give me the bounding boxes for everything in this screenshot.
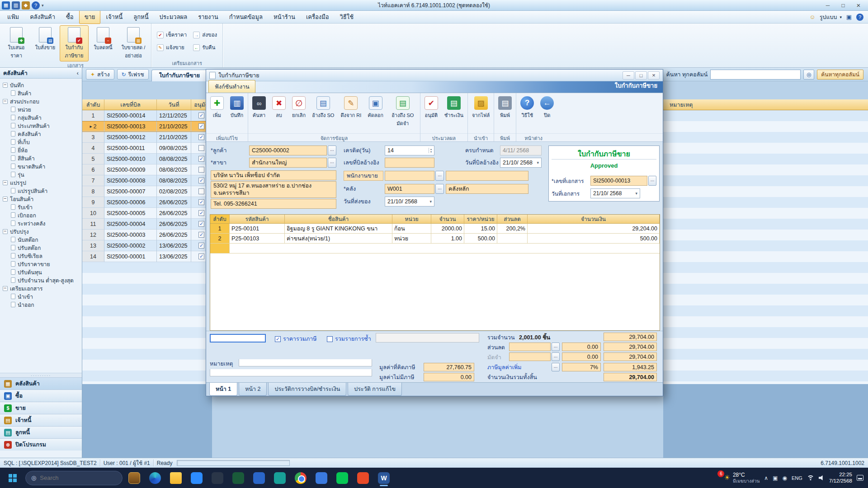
sidebar-tree-item[interactable]: ปรับสต๊อก xyxy=(11,244,82,252)
sidebar-tree-item[interactable]: เบิกออก xyxy=(11,211,82,219)
merge-duplicates-option[interactable]: รวมรายการซ้ำ xyxy=(327,334,371,343)
copy-button[interactable]: ▣คัดลอก xyxy=(364,94,387,121)
taskbar-app-explorer[interactable] xyxy=(167,469,185,487)
approved-checkbox[interactable] xyxy=(198,243,204,249)
bill-row[interactable]: 11 SI25000-00004 26/06/2025 xyxy=(82,219,212,230)
sidebar-tree-item[interactable]: ระหว่างคลัง xyxy=(11,219,82,227)
weather-widget[interactable]: 6 ☀ 28°C มีเมฆบางส่วน xyxy=(719,472,760,483)
item-col-amount[interactable]: จำนวนเงิน xyxy=(528,215,660,224)
sidebar-tree-item[interactable]: คลังสินค้า xyxy=(11,130,82,138)
ship-date-input[interactable]: 21/10/ 2568 xyxy=(385,197,434,206)
sidebar-tree-item[interactable]: ปรับปรุง xyxy=(3,227,82,235)
branch-input[interactable]: สำนักงานใหญ่ xyxy=(249,158,327,168)
bill-row[interactable]: 1 SI25000-00014 12/11/2025 xyxy=(82,110,212,121)
doc-no-lookup-button[interactable]: ... xyxy=(648,176,656,186)
tab-tax-invoice-list[interactable]: ใบกำกับภาษีขาย xyxy=(151,70,208,81)
maximize-button[interactable]: □ xyxy=(835,1,851,10)
sidebar-tree-item[interactable]: นำเข้า xyxy=(11,292,82,300)
find-button[interactable]: ∞ค้นหา xyxy=(249,94,269,121)
return-button[interactable]: ← รับคืน xyxy=(193,42,217,52)
tray-icon-2[interactable]: ◉ xyxy=(783,475,787,481)
print-button[interactable]: ▤พิมพ์ xyxy=(495,94,515,121)
warehouse-code-input[interactable]: W001 xyxy=(385,184,434,194)
dialog-minimize-button[interactable]: ─ xyxy=(623,71,634,80)
footer-filter-input[interactable] xyxy=(210,334,266,343)
approved-checkbox[interactable] xyxy=(198,232,204,238)
salesperson-input[interactable] xyxy=(385,171,434,181)
ref-so-button[interactable]: ▤อ้างถึง SO xyxy=(309,94,337,121)
approved-checkbox[interactable] xyxy=(198,199,204,205)
taskbar-app-blue[interactable] xyxy=(250,469,268,487)
tax-invoice-button[interactable]: ✔ ใบกำกับภาษีขาย xyxy=(60,25,89,61)
tab-page-2[interactable]: หน้า 2 xyxy=(239,383,267,396)
credit-days-stepper[interactable]: 14 xyxy=(385,145,434,155)
merge-duplicates-checkbox[interactable] xyxy=(327,336,333,342)
taskbar-app-word[interactable]: W xyxy=(375,469,393,487)
add-button[interactable]: ✚เพิ่ม xyxy=(207,94,227,121)
sidebar-tree-item[interactable]: แปรรูปสินค้า xyxy=(11,187,82,195)
search-all-columns-button[interactable]: ค้นหาทุกคอลัมน์ xyxy=(817,70,863,80)
approve-button[interactable]: ✔อนุมัติ xyxy=(421,94,441,121)
language-indicator[interactable]: ENG xyxy=(792,475,802,481)
branch-lookup-button[interactable]: ... xyxy=(328,158,336,168)
sidebar-nav-inventory[interactable]: ▦ คลังสินค้า xyxy=(0,377,82,389)
sidebar-tree-item[interactable]: บันทึก xyxy=(3,81,82,89)
item-col-discount[interactable]: ส่วนลด xyxy=(497,215,528,224)
scale-icon[interactable]: ◆ xyxy=(22,1,30,9)
dialog-close-button[interactable]: × xyxy=(648,71,660,80)
tab-edit-history[interactable]: ประวัติ การแก้ไข xyxy=(348,383,402,396)
dialog-titlebar[interactable]: ใบกำกับภาษีขาย ─ □ × xyxy=(206,70,663,81)
save-button[interactable]: ▥บันทึก xyxy=(227,94,247,121)
sidebar-nav-purchase[interactable]: ▣ ซื้อ xyxy=(0,389,82,402)
ref-date-input[interactable]: 21/10/ 2568 xyxy=(500,158,542,168)
column-header-bill[interactable]: เลขที่บิล xyxy=(104,99,157,110)
help-circle-icon[interactable]: ? xyxy=(856,14,863,21)
bill-row[interactable]: 8 SI25000-00007 02/08/2025 xyxy=(82,186,212,197)
search-icon[interactable]: ◎ xyxy=(803,70,814,80)
deliver-button[interactable]: → ส่งของ xyxy=(193,30,217,40)
sidebar-tree-item[interactable]: โอนสินค้า xyxy=(3,195,82,203)
approved-checkbox[interactable] xyxy=(198,156,204,162)
check-price-button[interactable]: ✔ เช็คราคา xyxy=(157,30,187,40)
bill-row[interactable]: 6 SI25000-00009 08/08/2025 xyxy=(82,164,212,175)
customer-lookup-button[interactable]: ... xyxy=(328,145,336,155)
sale-order-button[interactable]: ▤ ใบสั่งขาย xyxy=(31,25,60,53)
approved-checkbox[interactable] xyxy=(198,253,204,259)
approved-checkbox[interactable] xyxy=(198,167,204,173)
sidebar-tree-item[interactable]: ขนาดสินค้า xyxy=(11,162,82,170)
menu-creditor[interactable]: เจ้าหนี้ xyxy=(100,10,128,24)
sidebar-nav-sale[interactable]: $ ขาย xyxy=(0,402,82,414)
menu-setup[interactable]: กำหนดข้อมูล xyxy=(224,10,268,24)
item-col-price[interactable]: ราคา/หน่วย xyxy=(464,215,497,224)
doc-date-input[interactable]: 21/10/ 2568 xyxy=(590,188,640,198)
bill-row[interactable]: 7 SI25000-00008 08/08/2025 xyxy=(82,175,212,186)
item-row[interactable]: 1 P25-00101 อิฐมอญ 8 รู GIANT KINGKONG ข… xyxy=(210,224,660,234)
doc-no-input[interactable]: SI25000-00013 xyxy=(590,176,647,186)
menu-process[interactable]: ประมวลผล xyxy=(154,10,193,24)
taskbar-app-orange[interactable] xyxy=(354,469,372,487)
approved-checkbox[interactable] xyxy=(198,178,204,183)
cash-sale-button[interactable]: ▥ ใบขายสด /อย่างย่อ xyxy=(118,25,149,61)
menu-tools[interactable]: เครื่องมือ xyxy=(301,10,335,24)
help-icon[interactable]: ? xyxy=(32,1,40,9)
vat-options-button[interactable]: ... xyxy=(552,363,560,371)
refresh-button[interactable]: ↻ รีเฟรช xyxy=(117,69,149,80)
taskbar-app-teal[interactable] xyxy=(271,469,289,487)
menu-purchase[interactable]: ซื้อ xyxy=(61,10,79,24)
item-col-code[interactable]: รหัสสินค้า xyxy=(230,215,285,224)
column-header-note[interactable]: หมายเหตุ xyxy=(663,99,868,110)
menu-sale[interactable]: ขาย xyxy=(79,10,101,24)
notification-center-icon[interactable] xyxy=(857,475,863,481)
sidebar-tree-item[interactable]: กลุ่มสินค้า xyxy=(11,113,82,122)
bill-row[interactable]: 12 SI25000-00003 26/06/2025 xyxy=(82,230,212,240)
wifi-icon[interactable] xyxy=(807,475,814,481)
deposit-input[interactable] xyxy=(509,352,551,361)
bill-row[interactable]: 10 SI25000-00005 26/06/2025 xyxy=(82,208,212,219)
pull-ri-button[interactable]: ✎ดึงจาก RI xyxy=(337,94,364,121)
calculator-icon[interactable]: ▥ xyxy=(12,1,20,9)
tray-icon-1[interactable]: ▣ xyxy=(773,475,778,481)
column-header-no[interactable]: ลำดับ xyxy=(82,99,104,110)
item-col-no[interactable]: ลำดับ xyxy=(210,215,230,224)
taskbar-app-chrome[interactable] xyxy=(292,469,310,487)
menu-file[interactable]: แฟ้ม xyxy=(2,10,24,24)
